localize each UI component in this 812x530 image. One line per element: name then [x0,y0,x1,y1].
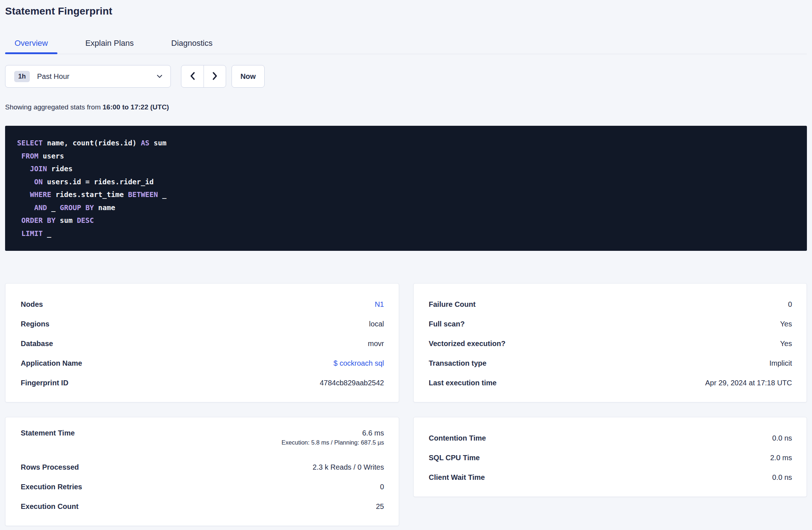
time-range-badge: 1h [14,71,30,82]
regions-value: local [369,319,384,329]
execution-count-value: 25 [376,502,384,511]
next-time-button[interactable] [204,65,226,87]
card-row: Nodes N1 [21,294,384,314]
chevron-left-icon [189,71,196,82]
vectorized-execution-label: Vectorized execution? [429,339,506,349]
rows-processed-label: Rows Processed [21,462,79,472]
transaction-type-label: Transaction type [429,358,487,368]
application-name-link[interactable]: $ cockroach sql [334,358,384,368]
card-row: Rows Processed 2.3 k Reads / 0 Writes [21,457,384,477]
card-row: Last execution time Apr 29, 2024 at 17:1… [429,373,792,393]
sql-statement: SELECT name, count(rides.id) AS sum FROM… [5,126,807,251]
full-scan-label: Full scan? [429,319,465,329]
wait-timing-card: Contention Time 0.0 ns SQL CPU Time 2.0 … [413,417,807,497]
contention-time-label: Contention Time [429,433,486,443]
statement-time-value: 6.6 ms [282,428,384,438]
nodes-label: Nodes [21,300,43,309]
previous-time-button[interactable] [181,65,204,87]
card-row: SQL CPU Time 2.0 ms [429,448,792,467]
card-row: Contention Time 0.0 ns [429,428,792,448]
client-wait-time-value: 0.0 ns [772,473,792,482]
database-label: Database [21,339,53,349]
statement-time-breakdown: Execution: 5.8 ms / Planning: 687.5 µs [282,439,384,446]
statement-time-value-block: 6.6 ms Execution: 5.8 ms / Planning: 687… [282,428,384,447]
card-row: Full scan? Yes [429,314,792,334]
failure-count-label: Failure Count [429,300,476,309]
page-title: Statement Fingerprint [5,0,807,17]
tab-overview[interactable]: Overview [5,39,57,54]
rows-processed-value: 2.3 k Reads / 0 Writes [313,462,384,472]
application-name-label: Application Name [21,358,82,368]
card-row: Failure Count 0 [429,294,792,314]
database-value: movr [368,339,384,349]
time-range-picker[interactable]: 1h Past Hour [5,65,171,88]
execution-attributes-card: Failure Count 0 Full scan? Yes Vectorize… [413,283,807,402]
time-controls: 1h Past Hour [5,65,807,88]
tab-explain-plans[interactable]: Explain Plans [76,39,143,54]
client-wait-time-label: Client Wait Time [429,473,485,482]
execution-count-label: Execution Count [21,502,79,511]
card-row: Execution Retries 0 [21,477,384,497]
fingerprint-id-label: Fingerprint ID [21,378,68,388]
chevron-down-icon [157,75,162,78]
card-row: Fingerprint ID 4784cb829aab2542 [21,373,384,393]
execution-retries-value: 0 [380,482,384,492]
statement-timing-card: Statement Time 6.6 ms Execution: 5.8 ms … [5,417,399,526]
sql-cpu-time-value: 2.0 ms [770,453,792,463]
statement-details-card: Nodes N1 Regions local Database movr App… [5,283,399,402]
aggregated-stats-summary: Showing aggregated stats from 16:00 to 1… [5,103,807,111]
sql-cpu-time-label: SQL CPU Time [429,453,480,463]
tab-diagnostics[interactable]: Diagnostics [162,39,222,54]
nodes-link[interactable]: N1 [375,300,384,309]
card-row: Vectorized execution? Yes [429,334,792,353]
time-range-label: Past Hour [37,72,69,81]
execution-retries-label: Execution Retries [21,482,82,492]
now-button[interactable]: Now [232,65,265,88]
card-row: Client Wait Time 0.0 ns [429,467,792,487]
full-scan-value: Yes [780,319,792,329]
statement-time-label: Statement Time [21,428,75,438]
tab-bar: Overview Explain Plans Diagnostics [5,39,807,54]
transaction-type-value: Implicit [769,358,792,368]
regions-label: Regions [21,319,49,329]
statement-fingerprint-page: Statement Fingerprint Overview Explain P… [0,0,812,530]
fingerprint-id-value: 4784cb829aab2542 [320,378,384,388]
card-row: Execution Count 25 [21,497,384,516]
card-row: Database movr [21,334,384,353]
aggregated-stats-range: 16:00 to 17:22 (UTC) [102,103,169,111]
card-row: Application Name $ cockroach sql [21,353,384,373]
card-row: Statement Time 6.6 ms Execution: 5.8 ms … [21,428,384,457]
failure-count-value: 0 [788,300,792,309]
last-execution-time-label: Last execution time [429,378,497,388]
aggregated-stats-prefix: Showing aggregated stats from [5,103,102,111]
contention-time-value: 0.0 ns [772,433,792,443]
last-execution-time-value: Apr 29, 2024 at 17:18 UTC [705,378,792,388]
time-step-group [181,65,226,88]
card-row: Regions local [21,314,384,334]
chevron-right-icon [211,71,218,82]
card-row: Transaction type Implicit [429,353,792,373]
vectorized-execution-value: Yes [780,339,792,349]
summary-cards: Nodes N1 Regions local Database movr App… [5,283,807,526]
